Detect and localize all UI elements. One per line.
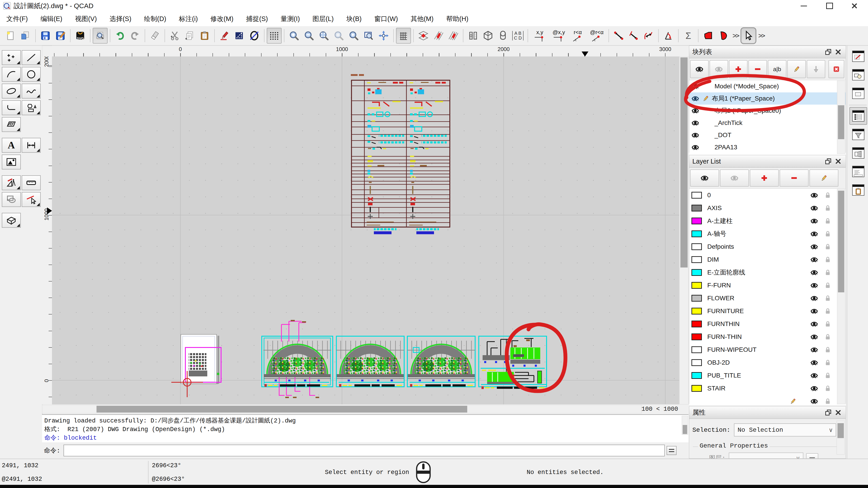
layer-row[interactable]: STAIR bbox=[689, 382, 846, 395]
isometric-button[interactable] bbox=[480, 28, 495, 43]
measure-angle-button[interactable] bbox=[661, 28, 676, 43]
delete-block-button[interactable] bbox=[829, 60, 844, 78]
selection-pointer-button[interactable] bbox=[741, 27, 756, 44]
close-button[interactable] bbox=[843, 0, 866, 12]
toolbar-overflow-chevron[interactable]: >> bbox=[731, 32, 741, 39]
history-scrollbar[interactable] bbox=[682, 416, 688, 435]
close-panel-icon[interactable] bbox=[834, 409, 842, 416]
menu-draw[interactable]: 绘制(D) bbox=[138, 12, 173, 26]
point-tool-button[interactable] bbox=[2, 50, 21, 65]
coordinate-polar-button[interactable]: r<α bbox=[568, 28, 587, 43]
solid-tool-button[interactable] bbox=[2, 213, 21, 228]
close-panel-icon[interactable] bbox=[834, 158, 842, 165]
shape-tool-button[interactable] bbox=[22, 100, 41, 115]
block-row-dot[interactable]: _DOT bbox=[689, 129, 846, 141]
show-all-blocks-button[interactable] bbox=[690, 60, 709, 78]
property-selection-button[interactable] bbox=[232, 28, 247, 43]
measure-distance-entity-button[interactable] bbox=[626, 28, 641, 43]
cylinder-button[interactable] bbox=[495, 28, 510, 43]
edit-layer-button[interactable] bbox=[809, 169, 838, 187]
undo-button[interactable] bbox=[113, 28, 127, 43]
hide-all-layers-button[interactable] bbox=[720, 169, 749, 187]
layer-row[interactable]: Defpoints bbox=[689, 240, 846, 253]
circle-tool-button[interactable] bbox=[22, 67, 41, 82]
float-panel-icon[interactable] bbox=[825, 48, 832, 56]
menu-layer[interactable]: 图层(L) bbox=[306, 12, 340, 26]
maximize-button[interactable] bbox=[818, 0, 841, 12]
zoom-selection-button[interactable] bbox=[331, 28, 346, 43]
block-row-archtick[interactable]: _ArchTick bbox=[689, 117, 846, 129]
layer-list-titlebar[interactable]: Layer List bbox=[689, 155, 846, 168]
layer-row[interactable]: PUB_TITLE bbox=[689, 369, 846, 382]
block-list-scrollbar[interactable] bbox=[837, 80, 845, 154]
minimize-button[interactable] bbox=[793, 0, 815, 12]
sum-button[interactable]: Σ bbox=[681, 28, 696, 43]
selection-combo[interactable]: No Selection∨ bbox=[734, 423, 836, 436]
spline-tool-button[interactable] bbox=[22, 84, 41, 98]
dock-block-list-button[interactable] bbox=[849, 107, 867, 125]
dock-clipboard-button[interactable] bbox=[849, 181, 867, 199]
coordinate-relative-button[interactable]: @x,y bbox=[549, 28, 568, 43]
copy-button[interactable] bbox=[182, 28, 197, 43]
paste-button[interactable] bbox=[197, 28, 212, 43]
dock-widget-button[interactable] bbox=[849, 85, 867, 102]
layer-row[interactable]: FLOWER bbox=[689, 292, 846, 304]
properties-titlebar[interactable]: 属性 bbox=[689, 406, 846, 419]
selection-tool-button[interactable] bbox=[2, 192, 21, 207]
dock-command-line-button[interactable] bbox=[849, 163, 867, 180]
layer-row[interactable]: FURNITURE bbox=[689, 304, 846, 318]
print-preview-button[interactable] bbox=[93, 28, 107, 43]
zoom-window-button[interactable] bbox=[361, 28, 376, 43]
layer-row[interactable]: F-FURN bbox=[689, 279, 846, 292]
previous-view-button[interactable] bbox=[346, 28, 361, 43]
hatch-lines-button[interactable] bbox=[431, 28, 446, 43]
float-panel-icon[interactable] bbox=[825, 409, 832, 416]
block-row-2paa13[interactable]: 2PAA13 bbox=[689, 141, 846, 153]
menu-measure[interactable]: 量测(I) bbox=[274, 12, 306, 26]
coordinate-polar-relative-button[interactable]: @r<α bbox=[587, 28, 606, 43]
hatch-dense-button[interactable] bbox=[446, 28, 461, 43]
layer-row[interactable]: A-轴号 bbox=[689, 227, 846, 240]
zoom-in-button[interactable] bbox=[287, 28, 302, 43]
layer-row[interactable]: DIM bbox=[689, 253, 846, 266]
menu-snap[interactable]: 捕捉(S) bbox=[240, 12, 274, 26]
ellipse-tool-button[interactable] bbox=[2, 84, 21, 98]
auto-zoom-button[interactable] bbox=[316, 28, 331, 43]
pan-button[interactable] bbox=[376, 28, 391, 43]
grid-toggle-button[interactable] bbox=[267, 28, 282, 43]
dock-selection-filter-button[interactable] bbox=[849, 126, 867, 143]
menu-file[interactable]: 文件(F) bbox=[0, 12, 34, 26]
layer-row[interactable]: 0 bbox=[689, 189, 846, 201]
attributes-button[interactable]: A B C D bbox=[510, 28, 525, 43]
menu-view[interactable]: 视图(V) bbox=[69, 12, 103, 26]
layer-detail-button[interactable] bbox=[806, 453, 818, 459]
polygon-area-button[interactable] bbox=[701, 28, 716, 43]
add-block-button[interactable] bbox=[729, 60, 747, 78]
menu-window[interactable]: 窗口(W) bbox=[368, 12, 404, 26]
layer-row[interactable]: FURNTHIN bbox=[689, 318, 846, 330]
edit-block-button[interactable] bbox=[787, 60, 806, 78]
hatch-tool-button[interactable] bbox=[2, 117, 21, 132]
layer-row[interactable]: A-土建柱 bbox=[689, 215, 846, 227]
hatch-crosshatch-button[interactable] bbox=[416, 28, 431, 43]
block-row-model[interactable]: Model (*Model_Space) bbox=[689, 80, 846, 92]
menu-misc[interactable]: 其他(M) bbox=[404, 12, 440, 26]
dock-property-editor-button[interactable] bbox=[849, 47, 867, 65]
float-panel-icon[interactable] bbox=[825, 158, 832, 165]
hide-all-blocks-button[interactable] bbox=[710, 60, 728, 78]
redo-button[interactable] bbox=[127, 28, 143, 43]
layer-list-scrollbar[interactable] bbox=[837, 189, 845, 404]
entity-visibility-button[interactable] bbox=[247, 28, 262, 43]
toolbar-overflow-chevron-2[interactable]: >> bbox=[756, 32, 766, 39]
remove-block-button[interactable] bbox=[748, 60, 767, 78]
dock-library-browser-button[interactable] bbox=[849, 66, 867, 84]
blocks-button[interactable] bbox=[466, 28, 480, 43]
block-row-layout1[interactable]: 布局1 (*Paper_Space) bbox=[689, 92, 846, 105]
block-list-titlebar[interactable]: 块列表 bbox=[689, 46, 846, 58]
drawing-preferences-button[interactable] bbox=[217, 28, 232, 43]
zoom-out-button[interactable] bbox=[302, 28, 316, 43]
command-options-button[interactable] bbox=[666, 446, 677, 455]
menu-modify[interactable]: 修改(M) bbox=[204, 12, 240, 26]
add-layer-button[interactable] bbox=[750, 169, 779, 187]
show-all-layers-button[interactable] bbox=[690, 169, 719, 187]
